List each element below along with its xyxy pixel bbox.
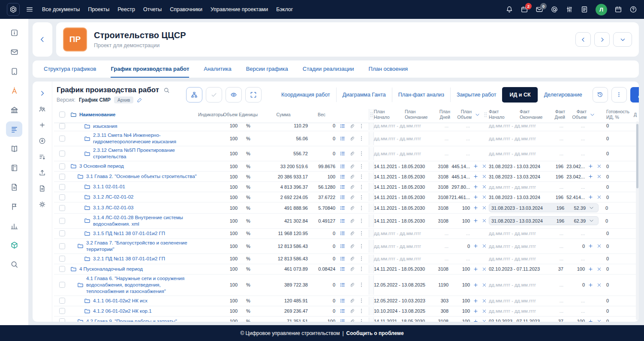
clear-plan-icon[interactable]	[481, 243, 487, 249]
visibility-button[interactable]	[226, 87, 242, 103]
sort-filter-button[interactable]	[36, 150, 49, 163]
row-name-link[interactable]: 3.1.3 ЛС-02-01-03	[93, 205, 134, 211]
add-plan-icon[interactable]	[473, 205, 478, 211]
column-header-name[interactable]: Наименование	[70, 112, 198, 118]
attachment-icon[interactable]	[349, 136, 355, 142]
add-fact-icon[interactable]	[588, 174, 593, 179]
row-checkbox[interactable]	[59, 163, 65, 169]
edit-version-icon[interactable]	[137, 97, 142, 103]
details-icon[interactable]	[340, 308, 346, 314]
row-checkbox[interactable]	[59, 318, 65, 322]
add-fact-icon[interactable]	[588, 194, 593, 200]
team-button[interactable]	[36, 103, 49, 115]
collapse-fact-columns-icon[interactable]	[590, 112, 595, 118]
row-checkbox[interactable]	[59, 308, 65, 314]
mentions-icon[interactable]	[551, 6, 558, 13]
fact-dates[interactable]: 31.08.2023 - 13.03.2024	[491, 218, 551, 223]
details-icon[interactable]	[340, 194, 346, 200]
page-tab[interactable]: Версии графика	[246, 60, 288, 78]
column-header-weight[interactable]: Вес	[308, 112, 335, 118]
collapse-plan-columns-icon[interactable]	[475, 112, 480, 118]
download-button[interactable]	[36, 134, 49, 147]
row-checkbox[interactable]	[59, 230, 65, 236]
row-menu-icon[interactable]	[358, 230, 364, 236]
row-checkbox[interactable]	[59, 282, 65, 288]
details-icon[interactable]	[340, 136, 346, 142]
clear-plan-icon[interactable]	[481, 174, 487, 179]
add-plan-icon[interactable]	[473, 308, 478, 314]
row-checkbox[interactable]	[59, 151, 65, 157]
row-name-link[interactable]: 3.2 Глава 7. "Благоустройство и озеленен…	[86, 240, 198, 253]
row-name-link[interactable]: 3.1.2 ЛС-02-01-02	[93, 194, 134, 200]
details-icon[interactable]	[340, 318, 346, 322]
next-project-button[interactable]	[594, 32, 610, 47]
clear-plan-icon[interactable]	[481, 218, 487, 223]
column-header-plan-end[interactable]: ПланОкончание	[405, 109, 436, 120]
attachment-icon[interactable]	[349, 308, 355, 314]
sidebar-item-building[interactable]	[6, 102, 22, 118]
messages-icon[interactable]: 0	[536, 6, 543, 13]
details-icon[interactable]	[340, 243, 346, 249]
row-menu-icon[interactable]	[358, 194, 364, 200]
topbar-menu-item[interactable]: Отчеты	[143, 6, 162, 12]
scrollbar-thumb[interactable]	[636, 124, 638, 188]
row-checkbox[interactable]	[59, 298, 65, 304]
row-checkbox[interactable]	[59, 256, 65, 262]
version-name[interactable]: График СМР	[79, 97, 111, 103]
sidebar-item-schedule[interactable]	[6, 121, 22, 137]
add-plan-icon[interactable]	[473, 184, 478, 190]
clear-plan-icon[interactable]	[481, 266, 487, 272]
details-icon[interactable]	[340, 205, 346, 211]
column-drag-handle-icon[interactable]	[484, 112, 487, 118]
row-menu-icon[interactable]	[358, 205, 364, 211]
add-plan-icon[interactable]	[473, 266, 478, 272]
sidebar-item-tablet[interactable]	[6, 63, 22, 79]
row-checkbox[interactable]	[59, 218, 65, 224]
row-menu-icon[interactable]	[358, 266, 364, 272]
clear-plan-icon[interactable]	[481, 184, 487, 190]
sidebar-item-documents[interactable]	[6, 179, 22, 195]
chevron-down-icon[interactable]	[589, 218, 594, 223]
page-tab[interactable]: Аналитика	[204, 60, 231, 78]
row-name-link[interactable]: 4.1.2 06-01-02и2 НК кор.1	[93, 308, 152, 314]
page-tab[interactable]: Стадии реализации	[303, 60, 354, 78]
attachment-icon[interactable]	[349, 298, 355, 304]
add-fact-icon[interactable]	[588, 266, 593, 272]
topbar-menu-item[interactable]: Справочники	[170, 6, 202, 12]
row-name-link[interactable]: 4.1 Глава 6. "Наружные сети и сооружения…	[86, 275, 198, 295]
row-name-link[interactable]: 3 Основной период	[79, 163, 124, 169]
add-plan-icon[interactable]	[473, 194, 478, 200]
fact-dates[interactable]: 31.08.2023 - 13.03.2024	[491, 205, 551, 211]
attachment-icon[interactable]	[349, 318, 355, 322]
notes-icon[interactable]	[581, 6, 588, 13]
column-header-fact-volume[interactable]: ФактОбъем	[565, 109, 587, 120]
row-name-link[interactable]: изыскания	[93, 123, 117, 130]
details-icon[interactable]	[340, 230, 346, 236]
details-icon[interactable]	[340, 123, 346, 129]
row-name-link[interactable]: 4 Пусконаладочный период	[79, 266, 143, 272]
add-fact-icon[interactable]	[588, 163, 593, 169]
details-icon[interactable]	[340, 174, 346, 180]
row-checkbox[interactable]	[59, 136, 65, 142]
attachment-icon[interactable]	[349, 123, 355, 129]
row-checkbox[interactable]	[59, 243, 65, 249]
row-checkbox[interactable]	[59, 205, 65, 211]
user-avatar[interactable]: Л	[596, 4, 607, 15]
page-tab[interactable]: Структура графиков	[44, 60, 96, 78]
vertical-scrollbar[interactable]	[636, 121, 639, 320]
row-menu-icon[interactable]	[358, 298, 364, 304]
clear-plan-icon[interactable]	[481, 282, 487, 288]
topbar-menu-item[interactable]: Бэклог	[276, 6, 293, 12]
sidebar-item-analytics[interactable]	[6, 83, 22, 98]
column-header-volume[interactable]: Объем	[220, 112, 238, 118]
mode-tab[interactable]: Закрытие работ	[450, 88, 503, 102]
row-name-link[interactable]: 3.1.1 02-01-01	[93, 184, 125, 190]
add-fact-icon[interactable]	[588, 243, 593, 249]
attachment-icon[interactable]	[349, 282, 355, 288]
history-button[interactable]	[593, 87, 608, 103]
add-plan-icon[interactable]	[473, 174, 478, 179]
mode-tab[interactable]: Делегирование	[538, 88, 588, 102]
back-button[interactable]	[33, 22, 52, 57]
row-name-link[interactable]: 2.3.11 Смета №4 Инженерно-гидрометеороло…	[93, 132, 198, 145]
details-icon[interactable]	[340, 298, 346, 304]
